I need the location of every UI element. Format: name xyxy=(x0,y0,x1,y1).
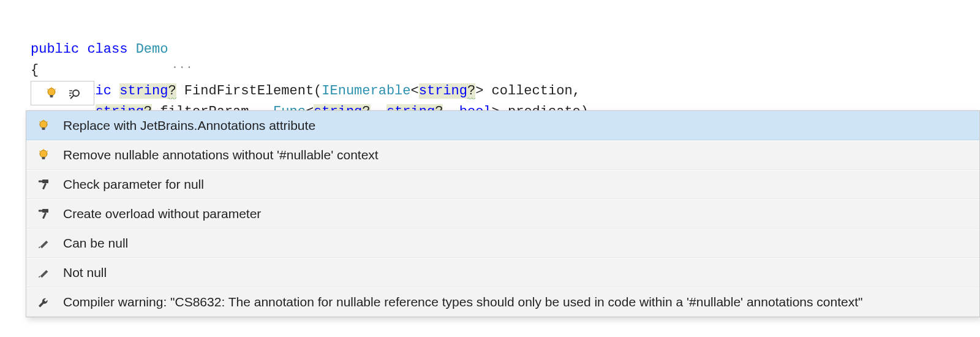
quickfix-item[interactable]: Not null xyxy=(26,258,979,287)
quickfix-item-label: Can be null xyxy=(63,236,972,251)
pencil-icon xyxy=(35,267,52,279)
angle-lt: < xyxy=(411,83,419,99)
quickfix-item[interactable]: Remove nullable annotations without '#nu… xyxy=(26,140,979,170)
bulb-icon xyxy=(45,87,56,99)
code-keyword: public xyxy=(31,42,79,57)
quickfix-item[interactable]: Can be null xyxy=(26,229,979,258)
method-name: FindFirstElement xyxy=(184,83,314,99)
brace: { xyxy=(31,62,39,78)
bulb-icon xyxy=(35,119,52,132)
hammer-icon xyxy=(35,178,52,191)
quickfix-item[interactable]: Compiler warning: "CS8632: The annotatio… xyxy=(26,287,979,317)
quickfix-item[interactable]: Check parameter for null xyxy=(26,170,979,199)
quickfix-item-label: Check parameter for null xyxy=(63,177,972,192)
quickfix-item-label: Remove nullable annotations without '#nu… xyxy=(63,148,972,162)
code-keyword: class xyxy=(87,42,127,57)
quickfix-item-label: Create overload without parameter xyxy=(63,206,972,221)
type-ienumerable: IEnumerable xyxy=(322,83,410,99)
quickfix-item-label: Compiler warning: "CS8632: The annotatio… xyxy=(63,295,972,309)
quickfix-gutter-button[interactable] xyxy=(31,81,94,105)
wrench-icon xyxy=(35,296,52,308)
class-name: Demo xyxy=(136,42,168,57)
quickfix-popup: Replace with JetBrains.Annotations attri… xyxy=(26,110,980,317)
quickfix-item[interactable]: Replace with JetBrains.Annotations attri… xyxy=(26,111,979,140)
nullable-mark: ? xyxy=(168,83,176,99)
bulb-icon xyxy=(35,149,52,161)
quickfix-item[interactable]: Create overload without parameter xyxy=(26,199,979,229)
lparen: ( xyxy=(314,83,322,99)
pencil-icon xyxy=(35,237,52,249)
angle-gt: > xyxy=(475,83,483,99)
param-text: collection, xyxy=(483,83,580,99)
type-string: string xyxy=(419,83,467,99)
type-string: string xyxy=(119,83,168,99)
quickfix-item-label: Not null xyxy=(63,265,972,280)
hammer-icon xyxy=(35,208,52,220)
quickfix-item-label: Replace with JetBrains.Annotations attri… xyxy=(63,118,972,133)
fold-ellipsis: ... xyxy=(172,57,193,74)
nullable-mark: ? xyxy=(467,83,475,99)
inspect-icon xyxy=(69,87,80,99)
